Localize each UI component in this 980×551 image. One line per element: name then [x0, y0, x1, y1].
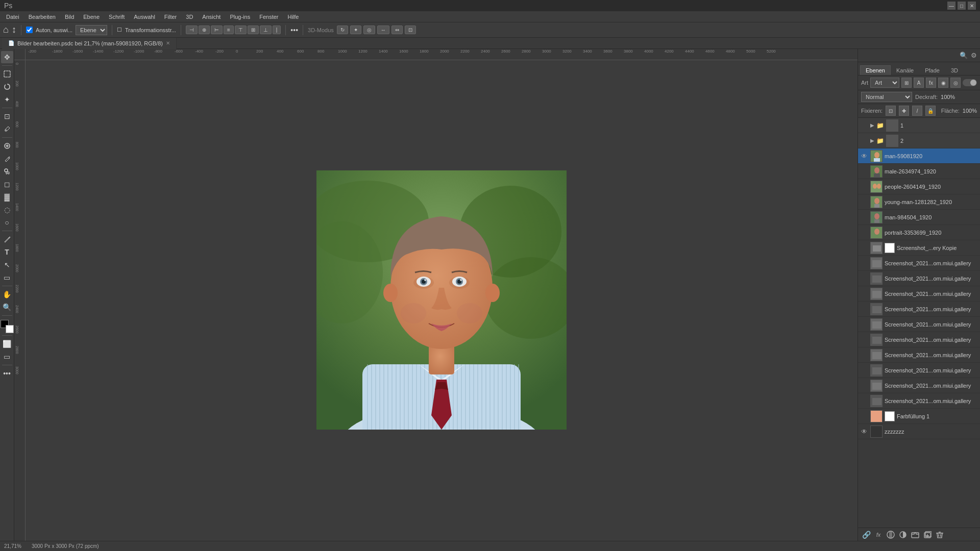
layer-visibility-kopie[interactable]: 👁: [860, 244, 868, 252]
quick-mask-btn[interactable]: ⬜: [1, 338, 13, 350]
auto-checkbox[interactable]: [26, 27, 33, 33]
layer-vis-ss1[interactable]: 👁: [860, 259, 868, 267]
layer-visibility-2[interactable]: [860, 137, 868, 145]
text-btn[interactable]: T: [1, 246, 13, 258]
layer-item-male[interactable]: 👁 male-2634974_1920: [858, 164, 980, 179]
align-top-btn[interactable]: ⊤: [235, 26, 247, 34]
zoom-btn[interactable]: 🔍: [1, 301, 13, 313]
layer-vis-ss6[interactable]: 👁: [860, 336, 868, 344]
align-center-h-btn[interactable]: ⊕: [199, 26, 210, 34]
layer-vis-zzzzz[interactable]: 👁: [860, 428, 868, 436]
background-color[interactable]: [6, 325, 14, 333]
layer-item-young[interactable]: 👁 young-man-1281282_1920: [858, 194, 980, 210]
maximize-button[interactable]: □: [958, 2, 966, 10]
screen-mode-btn[interactable]: ▭: [1, 350, 13, 363]
layer-item-group-1[interactable]: ▶ 📁 1: [858, 118, 980, 133]
menu-hilfe[interactable]: Hilfe: [283, 13, 303, 21]
lock-pixels-btn[interactable]: ⊡: [886, 106, 896, 116]
brush-btn[interactable]: [1, 153, 13, 165]
layer-vis-ss8[interactable]: 👁: [860, 366, 868, 374]
hand-btn[interactable]: ✋: [1, 288, 13, 300]
gear-icon[interactable]: ⚙: [971, 52, 977, 59]
menu-datei[interactable]: Datei: [2, 13, 23, 21]
menu-bild[interactable]: Bild: [61, 13, 78, 21]
new-layer-btn[interactable]: [922, 530, 933, 540]
crop-btn[interactable]: ⊡: [1, 110, 13, 122]
healing-btn[interactable]: [1, 140, 13, 152]
layer-item-man2[interactable]: 👁 man-984504_1920: [858, 210, 980, 225]
layer-vis-ss3[interactable]: 👁: [860, 290, 868, 298]
gradient-btn[interactable]: ▓: [1, 191, 13, 203]
chevron-icon-1[interactable]: ▶: [870, 122, 874, 128]
ebene-dropdown[interactable]: Ebene: [76, 25, 107, 35]
color-swatches[interactable]: [1, 320, 14, 333]
layer-name-icon[interactable]: A: [914, 78, 924, 88]
tab-close-btn[interactable]: ✕: [166, 40, 170, 46]
layer-style-btn[interactable]: fx: [873, 530, 884, 540]
layer-vis-farbfullung[interactable]: 👁: [860, 412, 868, 420]
layer-vis-ss9[interactable]: 👁: [860, 382, 868, 390]
layer-smart-icon[interactable]: ◎: [950, 78, 961, 88]
menu-ebene[interactable]: Ebene: [79, 13, 104, 21]
tab-ebenen[interactable]: Ebenen: [860, 65, 891, 75]
menu-ansicht[interactable]: Ansicht: [198, 13, 225, 21]
align-left-btn[interactable]: ⊣: [186, 26, 198, 34]
3d-rotate-btn[interactable]: ↻: [337, 26, 348, 34]
add-mask-btn[interactable]: [886, 530, 896, 540]
menu-bearbeiten[interactable]: Bearbeiten: [24, 13, 60, 21]
layer-visibility-man[interactable]: 👁: [860, 152, 868, 160]
layer-filter-select[interactable]: Art: [870, 78, 899, 88]
layer-visibility-people[interactable]: 👁: [860, 183, 868, 191]
menu-fenster[interactable]: Fenster: [255, 13, 282, 21]
align-middle-btn[interactable]: ⊞: [248, 26, 259, 34]
layer-item-farbfullung[interactable]: 👁 Farbfüllung 1: [858, 409, 980, 424]
menu-auswahl[interactable]: Auswahl: [130, 13, 159, 21]
minimize-button[interactable]: —: [947, 2, 955, 10]
add-adjustment-btn[interactable]: [898, 530, 908, 540]
stamp-btn[interactable]: [1, 165, 13, 178]
filter-toggle[interactable]: [963, 79, 977, 86]
menu-plugins[interactable]: Plug-ins: [226, 13, 254, 21]
link-layers-btn[interactable]: 🔗: [861, 530, 871, 540]
layer-item-ss9[interactable]: 👁 Screenshot_2021...om.miui.gallery: [858, 378, 980, 393]
layer-vis-ss2[interactable]: 👁: [860, 274, 868, 283]
3d-scale-btn[interactable]: ⊡: [405, 26, 416, 34]
layer-vis-ss10[interactable]: 👁: [860, 397, 868, 405]
eyedropper-btn[interactable]: [1, 123, 13, 135]
layer-item-ss1[interactable]: 👁 Screenshot_2021...om.miui.gallery: [858, 256, 980, 271]
layer-visibility-male[interactable]: 👁: [860, 167, 868, 176]
layer-item-ss3[interactable]: 👁 Screenshot_2021...om.miui.gallery: [858, 286, 980, 302]
dodge-btn[interactable]: ○: [1, 216, 13, 229]
menu-3d[interactable]: 3D: [182, 13, 197, 21]
3d-pan-btn[interactable]: ✦: [350, 26, 361, 34]
layer-item-screenshot-kopie[interactable]: 👁 Screenshot_...ery Kopie: [858, 240, 980, 256]
layer-item-group-2[interactable]: ▶ 📁 2: [858, 133, 980, 148]
shape-btn[interactable]: ▭: [1, 271, 13, 284]
layer-visibility-young[interactable]: 👁: [860, 198, 868, 206]
layer-item-ss5[interactable]: 👁 Screenshot_2021...om.miui.gallery: [858, 317, 980, 332]
3d-zoom-btn[interactable]: ◎: [363, 26, 375, 34]
lasso-btn[interactable]: [1, 81, 13, 93]
close-button[interactable]: ✕: [968, 2, 976, 10]
layer-item-ss8[interactable]: 👁 Screenshot_2021...om.miui.gallery: [858, 363, 980, 378]
layer-visibility-1[interactable]: [860, 121, 868, 130]
tab-pfade[interactable]: Pfade: [919, 65, 945, 75]
path-select-btn[interactable]: ↖: [1, 259, 13, 271]
chevron-icon-2[interactable]: ▶: [870, 138, 874, 143]
lock-all-btn[interactable]: 🔒: [925, 106, 936, 116]
3d-roll-btn[interactable]: ↔: [377, 26, 389, 34]
layer-item-zzzzz[interactable]: 👁 zzzzzzz: [858, 424, 980, 439]
layer-visibility-man2[interactable]: 👁: [860, 213, 868, 221]
home-btn[interactable]: ⌂: [3, 24, 9, 35]
more-options-icon[interactable]: •••: [290, 26, 298, 34]
tab-3d[interactable]: 3D: [945, 65, 964, 75]
align-right-btn[interactable]: ⊢: [211, 26, 223, 34]
layer-item-ss10[interactable]: 👁 Screenshot_2021...om.miui.gallery: [858, 393, 980, 409]
layer-vis-ss5[interactable]: 👁: [860, 320, 868, 329]
layer-effect-icon[interactable]: fx: [926, 78, 936, 88]
lock-move-btn[interactable]: /: [912, 106, 922, 116]
layer-vis-ss7[interactable]: 👁: [860, 351, 868, 359]
search-icon[interactable]: 🔍: [960, 52, 968, 59]
layer-item-people[interactable]: 👁 people-2604149_1920: [858, 179, 980, 194]
layer-item-ss2[interactable]: 👁 Screenshot_2021...om.miui.gallery: [858, 271, 980, 286]
